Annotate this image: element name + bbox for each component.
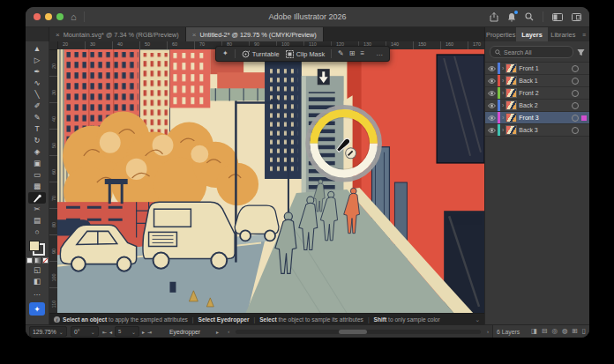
turntable-button[interactable]: Turntable	[242, 50, 280, 58]
expand-chevron-icon[interactable]: ›	[502, 115, 504, 121]
workspace-panels-icon[interactable]	[552, 13, 563, 21]
target-circle-icon[interactable]	[572, 65, 579, 72]
shape-builder-tool[interactable]: ▣	[28, 158, 46, 169]
zoom-level-select[interactable]: 129.75%⌄	[29, 326, 67, 337]
layer-thumbnail[interactable]	[505, 113, 517, 123]
next-artboard-button[interactable]: ▸	[142, 329, 145, 335]
paintbrush-tool[interactable]: ✐	[28, 100, 46, 112]
panel-tab-properties[interactable]: Properties	[485, 27, 516, 42]
stamp-icon[interactable]: ✎	[338, 49, 344, 57]
draw-mode-button[interactable]: ◱	[28, 264, 46, 276]
status-expand-arrow[interactable]: ▸	[216, 329, 219, 335]
expand-chevron-icon[interactable]: ›	[502, 78, 504, 84]
curvature-tool[interactable]: ∿	[28, 78, 46, 89]
search-icon[interactable]	[525, 12, 534, 21]
expand-chevron-icon[interactable]: ›	[502, 127, 504, 133]
target-circle-icon[interactable]	[572, 127, 579, 134]
horizontal-scrollbar[interactable]	[236, 330, 481, 334]
layer-name[interactable]: Back 3	[519, 127, 570, 133]
artboard-number-select[interactable]: 5⌄	[115, 326, 139, 337]
layer-row[interactable]: ›Back 1	[485, 75, 589, 87]
last-artboard-button[interactable]: ⇥	[147, 329, 152, 335]
direct-selection-tool[interactable]: ▷	[28, 55, 46, 66]
fill-stroke-swatches[interactable]	[29, 241, 45, 256]
new-sublayer-icon[interactable]: ⊟	[542, 328, 547, 335]
symbol-icon[interactable]: ◍	[562, 328, 568, 335]
document-tab[interactable]: ×Mountain.svg* @ 7.34 % (RGB/Preview)	[49, 27, 186, 42]
panel-tab-libraries[interactable]: Libraries	[548, 27, 579, 42]
minimize-window-button[interactable]	[45, 13, 52, 20]
layer-row[interactable]: ›Front 2	[485, 87, 589, 100]
line-segment-tool[interactable]: ╲	[28, 89, 46, 100]
layer-row[interactable]: ›Front 1	[485, 63, 589, 75]
layer-row[interactable]: ›Front 3	[485, 112, 589, 124]
layer-row[interactable]: ›Back 3	[485, 124, 589, 137]
scroll-chevron-icon[interactable]: ⌄	[475, 316, 480, 323]
ai-tools-button[interactable]: ✦	[29, 302, 45, 316]
window-mode-icon[interactable]	[572, 13, 581, 21]
clip-mask-button[interactable]: Clip Mask	[286, 50, 325, 58]
gradient-button[interactable]	[34, 257, 41, 264]
visibility-eye-icon[interactable]	[487, 128, 496, 133]
ai-sparkle-icon[interactable]: ✦	[222, 50, 228, 57]
scroll-right-arrow[interactable]: ›	[487, 329, 489, 334]
expand-chevron-icon[interactable]: ›	[502, 90, 504, 96]
pen-tool[interactable]: ✒	[28, 66, 46, 78]
share-icon[interactable]	[490, 12, 498, 22]
layer-name[interactable]: Back 1	[519, 78, 570, 84]
scissors-tool[interactable]: ✂	[28, 204, 46, 215]
target-circle-icon[interactable]	[572, 78, 579, 85]
eyedropper-tool[interactable]	[28, 192, 46, 204]
align-icon[interactable]: ≡	[361, 49, 365, 57]
rectangle-tool[interactable]: ▭	[28, 169, 46, 181]
screen-mode-button[interactable]: ◧	[28, 276, 46, 287]
layer-thumbnail[interactable]	[505, 100, 517, 110]
visibility-eye-icon[interactable]	[487, 66, 496, 71]
more-options-icon[interactable]: …	[376, 50, 383, 57]
edit-toolbar-button[interactable]: …	[28, 287, 46, 299]
visibility-eye-icon[interactable]	[487, 91, 496, 96]
document-tab[interactable]: ×Untitled-2* @ 129.75 % (CMYK/Preview)	[186, 27, 324, 42]
layer-name[interactable]: Front 2	[519, 90, 570, 96]
rotation-select[interactable]: 0°⌄	[71, 326, 99, 337]
artboard-artwork[interactable]	[57, 49, 484, 314]
visibility-eye-icon[interactable]	[487, 78, 496, 84]
locate-object-icon[interactable]: ◎	[551, 328, 558, 335]
layer-thumbnail[interactable]	[505, 76, 517, 85]
artboard-tool[interactable]: ▤	[28, 215, 46, 227]
layer-thumbnail[interactable]	[505, 88, 517, 98]
gradient-tool[interactable]: ▩	[28, 181, 46, 192]
new-layer-icon[interactable]: ⊞	[573, 328, 578, 335]
make-clip-mask-icon[interactable]: ◨	[531, 328, 537, 335]
pencil-tool[interactable]: ✎	[28, 112, 46, 123]
previous-artboard-button[interactable]: ◂	[109, 329, 112, 335]
close-tab-icon[interactable]: ×	[56, 31, 60, 39]
expand-chevron-icon[interactable]: ›	[502, 65, 504, 71]
layer-thumbnail[interactable]	[505, 63, 517, 73]
type-tool[interactable]: T	[28, 123, 46, 135]
zoom-window-button[interactable]	[56, 13, 64, 20]
target-circle-icon[interactable]	[572, 102, 579, 109]
first-artboard-button[interactable]: ⇤	[102, 329, 107, 335]
visibility-eye-icon[interactable]	[487, 115, 496, 121]
scroll-left-arrow[interactable]: ‹	[228, 329, 229, 334]
notifications-bell-icon[interactable]	[507, 12, 516, 22]
layer-name[interactable]: Back 2	[519, 102, 570, 108]
color-button[interactable]	[26, 257, 33, 264]
fill-swatch[interactable]	[29, 241, 40, 251]
group-select-icon[interactable]: ⊞	[349, 49, 356, 57]
layer-name[interactable]: Front 3	[519, 115, 570, 121]
close-window-button[interactable]	[34, 13, 41, 20]
search-input[interactable]: Search All	[490, 46, 573, 58]
target-circle-icon[interactable]	[572, 90, 579, 97]
panel-tab-layers[interactable]: Layers	[516, 27, 547, 42]
target-circle-icon[interactable]	[572, 115, 579, 122]
zoom-tool[interactable]: ○	[28, 227, 46, 238]
layer-name[interactable]: Front 1	[519, 65, 570, 71]
rotate-tool[interactable]: ↻	[28, 135, 46, 146]
scrollbar-thumb[interactable]	[339, 330, 367, 334]
expand-chevron-icon[interactable]: ›	[502, 102, 504, 108]
layer-row[interactable]: ›Back 2	[485, 100, 589, 112]
panel-menu-icon[interactable]: ≡	[579, 27, 589, 42]
selection-tool[interactable]: ▲	[28, 43, 46, 55]
